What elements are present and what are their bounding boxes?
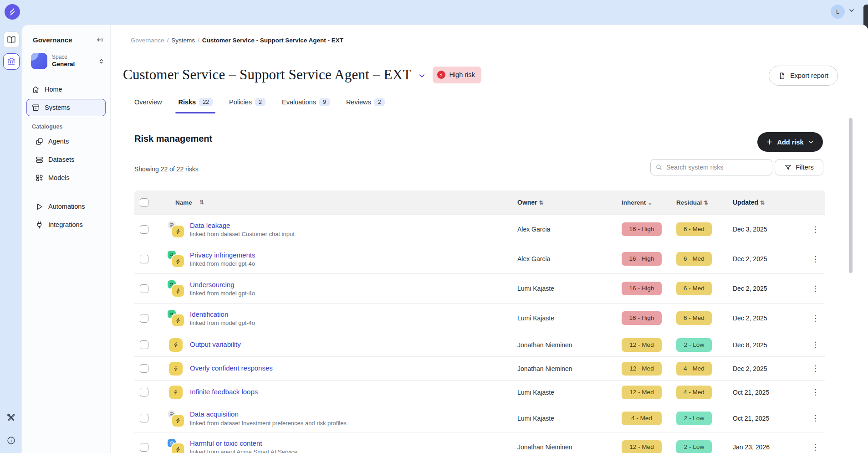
risk-name-link[interactable]: Data leakage [190,221,295,230]
risk-icon [167,336,184,354]
row-actions-button[interactable]: ⋮ [810,387,821,398]
search-input[interactable] [666,164,767,171]
chevron-down-icon [808,139,814,145]
risk-name-link[interactable]: Identification [190,310,255,319]
sidebar-item-datasets[interactable]: Datasets [30,151,106,168]
content-scrollbar-thumb[interactable] [849,118,853,273]
row-actions-button[interactable]: ⋮ [810,442,821,453]
risk-name-link[interactable]: Undersourcing [190,280,255,289]
row-actions-button[interactable]: ⋮ [810,413,821,424]
space-icon [31,53,47,69]
space-name: General [52,61,93,68]
sidebar-item-label: Agents [48,138,69,145]
tab-overview[interactable]: Overview [128,93,168,113]
tab-risks[interactable]: Risks22 [172,93,219,113]
column-header-name[interactable]: Name⇅ [162,199,517,206]
library-button[interactable] [3,31,20,48]
document-icon [778,72,786,80]
sort-icon: ⇅ [760,200,765,206]
sidebar-item-label: Systems [45,104,70,111]
logo-squiggle-icon [8,7,17,16]
sidebar-item-label: Integrations [48,221,83,228]
risk-name-link[interactable]: Infinite feedback loops [190,387,258,396]
row-checkbox[interactable] [140,255,148,263]
sidebar-item-integrations[interactable]: Integrations [30,216,106,233]
row-checkbox[interactable] [140,364,148,373]
export-report-button[interactable]: Export report [769,66,838,86]
risk-icon [167,438,184,453]
sidebar-item-agents[interactable]: Agents [30,133,106,150]
breadcrumb-governance[interactable]: Governance [131,37,164,44]
sidebar-item-label: Datasets [48,156,74,163]
left-rail [0,0,22,453]
space-selector[interactable]: Space General [31,53,105,69]
sidebar-item-systems[interactable]: Systems [26,99,106,116]
sidebar: Governance Space General Home [22,25,111,453]
risk-owner: Alex Garcia [517,255,622,263]
tab-reviews[interactable]: Reviews2 [340,93,391,113]
residual-score-badge: 6 - Med [676,282,712,295]
risk-name-link[interactable]: Overly confident responses [190,364,273,373]
info-icon [6,436,16,445]
collapse-left-icon [96,36,104,44]
row-actions-button[interactable]: ⋮ [810,224,821,235]
filters-button[interactable]: Filters [775,159,823,175]
tab-policies[interactable]: Policies2 [223,93,272,113]
results-count: Showing 22 of 22 risks [134,165,199,173]
plus-icon [766,139,773,145]
select-all-checkbox[interactable] [140,198,148,207]
catalogues-section-label: Catalogues [32,124,104,130]
user-avatar[interactable]: L [831,5,845,19]
column-header-inherent[interactable]: Inherent⌄ [622,199,676,206]
residual-score-badge: 4 - Med [676,386,712,399]
breadcrumb-systems[interactable]: Systems [171,37,195,44]
chevron-down-icon [848,7,855,14]
info-button[interactable] [0,436,22,445]
risk-name-link[interactable]: Privacy infringements [190,251,255,260]
row-checkbox[interactable] [140,314,148,323]
row-actions-button[interactable]: ⋮ [810,363,821,374]
column-header-residual[interactable]: Residual⇅ [676,199,733,206]
column-header-updated[interactable]: Updated⇅ [733,199,810,206]
row-checkbox[interactable] [140,443,148,452]
filter-icon [784,164,792,171]
row-actions-button[interactable]: ⋮ [810,313,821,324]
add-risk-button[interactable]: Add risk [757,132,823,152]
table-row: Output variability Jonathan Nieminen 12 … [134,333,825,356]
column-header-owner[interactable]: Owner⇅ [517,199,622,206]
tools-icon [6,412,16,423]
app-logo[interactable] [5,4,20,20]
dev-tools-button[interactable] [0,412,22,423]
sidebar-item-home[interactable]: Home [26,81,106,98]
agents-icon [35,137,44,146]
sidebar-collapse-button[interactable] [96,36,104,44]
row-actions-button[interactable]: ⋮ [810,340,821,350]
account-menu-button[interactable] [848,7,855,16]
sidebar-item-automations[interactable]: Automations [30,198,106,215]
sidebar-item-models[interactable]: Models [30,169,106,186]
lightning-icon [172,415,184,427]
tab-evaluations[interactable]: Evaluations9 [276,93,336,113]
row-checkbox[interactable] [140,414,148,422]
automations-icon [35,202,44,211]
title-dropdown-button[interactable] [418,72,426,80]
inherent-score-badge: 16 - High [622,311,662,325]
content-scrollbar [848,116,853,453]
row-actions-button[interactable]: ⋮ [810,253,821,264]
row-checkbox[interactable] [140,388,148,396]
inherent-score-badge: 12 - Med [622,440,662,453]
risk-name-link[interactable]: Data acquisition [190,410,347,419]
residual-score-badge: 2 - Low [676,412,712,425]
row-checkbox[interactable] [140,340,148,349]
governance-button[interactable] [3,53,20,70]
row-checkbox[interactable] [140,225,148,234]
app-surface: Governance Space General Home [22,25,868,453]
risk-updated-date: Oct 21, 2025 [733,389,810,396]
risk-updated-date: Jan 23, 2026 [733,443,810,451]
risk-name-link[interactable]: Output variability [190,340,241,349]
risk-owner: Lumi Kajaste [517,314,622,322]
row-actions-button[interactable]: ⋮ [810,283,821,294]
risk-linked-subtitle: linked from dataset Customer chat input [190,231,295,237]
row-checkbox[interactable] [140,284,148,293]
risk-name-link[interactable]: Harmful or toxic content [190,439,297,448]
